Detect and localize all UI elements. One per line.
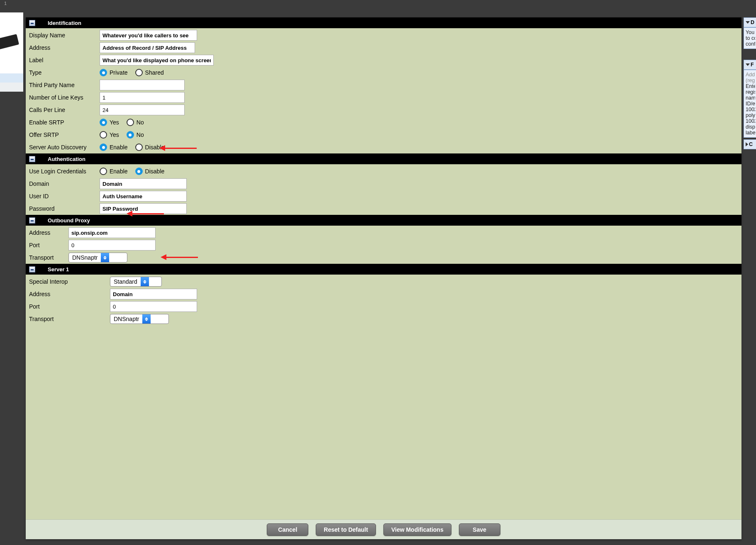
enable-srtp-yes-radio[interactable]: Yes — [100, 119, 119, 126]
auto-discovery-label: Server Auto Discovery — [29, 144, 100, 151]
collapse-icon[interactable] — [29, 156, 35, 162]
proxy-transport-select[interactable]: DNSnaptr — [68, 253, 127, 263]
help-section-header[interactable]: D — [744, 17, 756, 27]
help-section-header[interactable]: F — [744, 60, 756, 70]
auth-domain-input[interactable] — [100, 178, 187, 189]
label-label: Label — [29, 57, 100, 63]
cancel-button[interactable]: Cancel — [267, 523, 308, 536]
user-id-input[interactable] — [100, 191, 187, 202]
label-input[interactable] — [100, 55, 214, 66]
calls-per-line-label: Calls Per Line — [29, 107, 100, 113]
display-name-input[interactable] — [100, 30, 197, 41]
special-interop-label: Special Interop — [29, 278, 110, 285]
help-section-body: You to co conf — [744, 27, 756, 49]
auto-discovery-enable-radio[interactable]: Enable — [100, 144, 128, 151]
password-input[interactable] — [100, 203, 187, 214]
section-title: Outbound Proxy — [48, 217, 90, 224]
proxy-address-input[interactable] — [68, 227, 156, 238]
offer-srtp-yes-radio[interactable]: Yes — [100, 131, 119, 139]
sidebar-selected-item[interactable] — [0, 73, 23, 83]
help-section-header[interactable]: C — [744, 139, 756, 149]
use-login-disable-radio[interactable]: Disable — [135, 168, 165, 175]
type-label: Type — [29, 69, 100, 76]
config-panel: Identification Display Name Address Labe… — [26, 17, 741, 539]
section-header-outbound-proxy[interactable]: Outbound Proxy — [26, 215, 741, 226]
enable-srtp-label: Enable SRTP — [29, 119, 100, 126]
section-title: Authentication — [48, 156, 85, 162]
server-transport-select[interactable]: DNSnaptr — [110, 314, 169, 324]
section-header-authentication[interactable]: Authentication — [26, 153, 741, 164]
chevron-updown-icon — [142, 314, 151, 324]
section-header-server-1[interactable]: Server 1 — [26, 264, 741, 275]
third-party-name-input[interactable] — [100, 80, 185, 90]
device-thumbnail — [0, 12, 23, 56]
section-header-identification[interactable]: Identification — [26, 17, 741, 28]
line-keys-label: Number of Line Keys — [29, 94, 100, 101]
chevron-updown-icon — [101, 253, 109, 262]
auth-domain-label: Domain — [29, 180, 100, 187]
top-bar: 1 — [0, 0, 756, 8]
line-number: 1 — [2, 1, 8, 6]
help-sidebar: D You to co conf F Addr (reg Ente regis … — [744, 17, 756, 539]
offer-srtp-no-radio[interactable]: No — [127, 131, 144, 139]
chevron-down-icon — [746, 63, 750, 66]
proxy-port-input[interactable] — [68, 240, 156, 251]
use-login-enable-radio[interactable]: Enable — [100, 168, 128, 175]
button-bar: Cancel Reset to Default View Modificatio… — [26, 519, 741, 539]
server-address-label: Address — [29, 291, 110, 297]
user-id-label: User ID — [29, 193, 100, 200]
left-sidebar — [0, 12, 23, 92]
collapse-icon[interactable] — [29, 266, 35, 272]
save-button[interactable]: Save — [459, 523, 500, 536]
section-title: Identification — [48, 20, 81, 26]
section-title: Server 1 — [48, 266, 69, 272]
proxy-address-label: Address — [29, 229, 68, 236]
chevron-updown-icon — [141, 277, 149, 286]
address-label: Address — [29, 44, 100, 51]
proxy-transport-label: Transport — [29, 254, 68, 261]
display-name-label: Display Name — [29, 32, 100, 39]
type-private-radio[interactable]: Private — [100, 69, 128, 76]
enable-srtp-no-radio[interactable]: No — [127, 119, 144, 126]
chevron-right-icon — [746, 142, 748, 146]
password-label: Password — [29, 205, 100, 212]
reset-to-default-button[interactable]: Reset to Default — [316, 523, 376, 536]
third-party-name-label: Third Party Name — [29, 82, 100, 88]
stage: Identification Display Name Address Labe… — [0, 8, 756, 545]
type-shared-radio[interactable]: Shared — [135, 69, 164, 76]
collapse-icon[interactable] — [29, 217, 35, 224]
server-transport-label: Transport — [29, 316, 110, 322]
auto-discovery-disable-radio[interactable]: Disable — [135, 144, 165, 151]
collapse-icon[interactable] — [29, 20, 35, 26]
address-input[interactable] — [100, 42, 195, 53]
offer-srtp-label: Offer SRTP — [29, 131, 100, 138]
proxy-port-label: Port — [29, 242, 68, 248]
server-address-input[interactable] — [110, 289, 197, 299]
special-interop-select[interactable]: Standard — [110, 277, 162, 287]
help-section-body: Addr (reg Ente regis nam ID/e 1002 poly … — [744, 70, 756, 138]
use-login-label: Use Login Credentials — [29, 168, 100, 175]
line-keys-input[interactable] — [100, 92, 185, 103]
view-modifications-button[interactable]: View Modifications — [383, 523, 451, 536]
chevron-down-icon — [746, 21, 750, 24]
server-port-label: Port — [29, 303, 110, 310]
server-port-input[interactable] — [110, 301, 197, 312]
calls-per-line-input[interactable] — [100, 105, 185, 115]
